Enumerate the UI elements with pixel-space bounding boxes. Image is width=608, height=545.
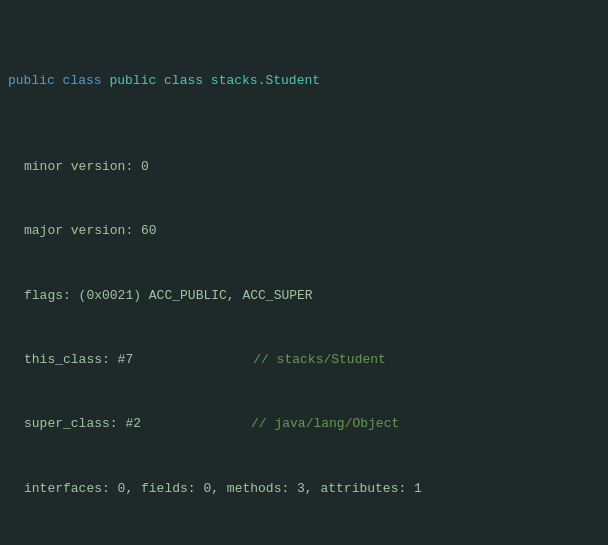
flags-label: flags: [24,285,79,306]
super-class-label: super_class: #2 [24,413,141,434]
major-version-value: 60 [141,220,157,241]
super-class-comment: // java/lang/Object [251,413,399,434]
super-class-line: super_class: #2// java/lang/Object [24,413,600,434]
interfaces-label: interfaces: 0, fields: 0, methods: 3, at… [24,478,422,499]
public-keyword: public [8,70,63,91]
flags-value: (0x0021) ACC_PUBLIC, ACC_SUPER [79,285,313,306]
class-keyword: class [63,70,110,91]
minor-version-line: minor version: 0 [24,156,600,177]
class-name: public class stacks.Student [109,70,320,91]
major-version-label: major version: [24,220,141,241]
this-class-label: this_class: #7 [24,349,133,370]
this-class-line: this_class: #7// stacks/Student [24,349,600,370]
minor-version-value: 0 [141,156,149,177]
code-container: public class public class stacks.Student… [0,0,608,545]
major-version-line: major version: 60 [24,220,600,241]
this-class-comment: // stacks/Student [253,349,386,370]
flags-line: flags: (0x0021) ACC_PUBLIC, ACC_SUPER [24,285,600,306]
interfaces-line: interfaces: 0, fields: 0, methods: 3, at… [24,478,600,499]
minor-version-label: minor version: [24,156,141,177]
class-declaration: public class public class stacks.Student [8,70,600,91]
